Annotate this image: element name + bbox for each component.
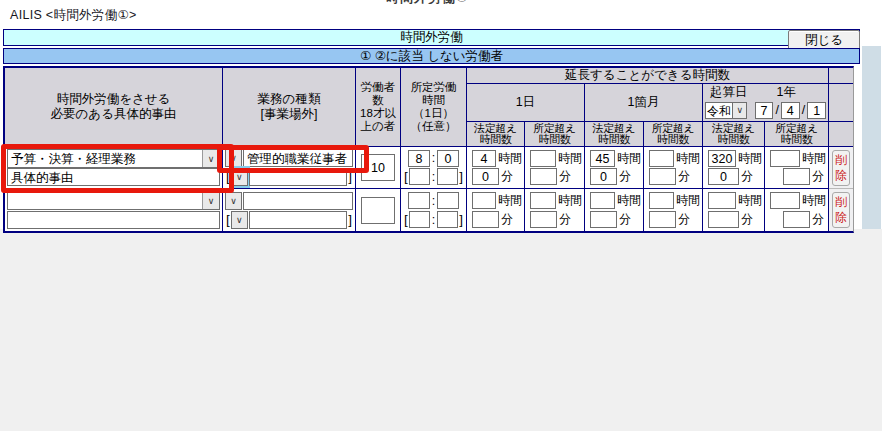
row2-year-sched-hour-input[interactable] bbox=[770, 192, 800, 209]
row1-day-legal-hour-input[interactable]: 4 bbox=[472, 150, 496, 167]
row2-day-legal-min-input[interactable] bbox=[472, 211, 499, 228]
date-slash: / bbox=[773, 103, 780, 118]
bracket-close: ] bbox=[347, 213, 353, 226]
row1-work-type-input[interactable]: 管理的職業従事者 bbox=[243, 149, 353, 167]
row2-year-sched-cell: 時間 分 bbox=[765, 189, 829, 231]
row2-scheduled-cell: : [ : ] bbox=[401, 189, 467, 231]
hour-unit: 時間 bbox=[498, 192, 522, 209]
row1-day-sched-cell: 時間 分 bbox=[525, 147, 585, 189]
header-year-legal: 法定超え 時間数 bbox=[703, 122, 765, 147]
chevron-down-icon[interactable]: ∨ bbox=[202, 192, 219, 209]
clipped-window-title: 時間外労働① bbox=[386, 0, 526, 4]
row1-reason-detail-input[interactable]: 具体的事由 bbox=[7, 168, 220, 186]
row1-sched-min-input[interactable]: 0 bbox=[437, 150, 459, 167]
row1-year-sched-min-input[interactable] bbox=[783, 168, 810, 185]
header-one-day: 1日 bbox=[467, 84, 585, 122]
hour-unit: 時間 bbox=[617, 150, 641, 167]
header-extension-group: 延長することができる時間数 bbox=[467, 68, 829, 84]
row1-day-legal-min-input[interactable]: 0 bbox=[472, 168, 499, 185]
row2-month-sched-min-input[interactable] bbox=[649, 211, 676, 228]
form-title-bar: 時間外労働 bbox=[3, 29, 860, 46]
form-title: 時間外労働 bbox=[400, 29, 463, 46]
app-title: AILIS <時間外労働①> bbox=[10, 7, 137, 24]
start-month-input[interactable]: 4 bbox=[781, 102, 800, 119]
row1-year-legal-min-input[interactable]: 0 bbox=[708, 168, 739, 185]
bracket-close: ] bbox=[347, 170, 353, 183]
row2-year-legal-hour-input[interactable] bbox=[708, 192, 736, 209]
row1-day-legal-cell: 4時間 0分 bbox=[467, 147, 525, 189]
row1-delete-button[interactable]: 削除 bbox=[832, 150, 850, 186]
right-side-strip bbox=[862, 46, 881, 233]
section-title-bar: ① ②に該当 しない労働者 bbox=[3, 48, 860, 64]
row2-work-type-dropdown[interactable]: ∨ bbox=[225, 192, 242, 210]
row2-month-legal-min-input[interactable] bbox=[590, 211, 617, 228]
row1-workers-cell: 10 bbox=[356, 147, 401, 189]
row2-month-legal-hour-input[interactable] bbox=[590, 192, 615, 209]
row1-month-sched-hour-input[interactable] bbox=[649, 150, 674, 167]
row2-reason-select[interactable]: ∨ bbox=[7, 191, 220, 210]
hour-unit: 時間 bbox=[498, 150, 522, 167]
row2-delete-cell: 削除 bbox=[829, 189, 853, 231]
hour-unit: 時間 bbox=[738, 192, 762, 209]
header-day-legal: 法定超え 時間数 bbox=[467, 122, 525, 147]
page-background bbox=[0, 233, 882, 431]
row1-sched-hour-input[interactable]: 8 bbox=[408, 150, 430, 167]
hour-unit: 時間 bbox=[558, 150, 582, 167]
row1-work-type-outside-input[interactable] bbox=[249, 168, 347, 186]
row1-month-legal-min-input[interactable]: 0 bbox=[590, 168, 617, 185]
row2-day-sched-hour-input[interactable] bbox=[530, 192, 556, 209]
row2-year-sched-min-input[interactable] bbox=[783, 211, 810, 228]
row2-day-sched-min-input[interactable] bbox=[530, 211, 557, 228]
row1-sched-hour-opt-input[interactable] bbox=[409, 168, 430, 185]
row1-year-legal-hour-input[interactable]: 320 bbox=[708, 150, 736, 167]
row2-sched-hour-opt-input[interactable] bbox=[409, 211, 430, 228]
chevron-down-icon: ∨ bbox=[230, 196, 237, 206]
row2-work-type-outside-input[interactable] bbox=[249, 211, 347, 229]
header-workers: 労働者 数 18才以 上の者 bbox=[356, 68, 401, 147]
row2-year-legal-min-input[interactable] bbox=[708, 211, 739, 228]
start-day-input[interactable]: 1 bbox=[807, 102, 826, 119]
row1-workers-input[interactable]: 10 bbox=[361, 154, 395, 181]
row2-delete-button[interactable]: 削除 bbox=[832, 192, 850, 228]
close-button[interactable]: 閉じる bbox=[788, 30, 860, 50]
start-year-input[interactable]: 7 bbox=[755, 102, 774, 119]
colon: : bbox=[430, 151, 437, 165]
header-month-legal: 法定超え 時間数 bbox=[585, 122, 644, 147]
row1-day-sched-hour-input[interactable] bbox=[530, 150, 556, 167]
row2-work-type-input[interactable] bbox=[243, 192, 353, 210]
row2-month-sched-cell: 時間 分 bbox=[644, 189, 703, 231]
row1-day-sched-min-input[interactable] bbox=[530, 168, 557, 185]
colon: : bbox=[430, 170, 437, 184]
one-year-label: 1年 bbox=[777, 85, 796, 100]
row2-sched-min-opt-input[interactable] bbox=[437, 211, 458, 228]
row2-month-sched-hour-input[interactable] bbox=[649, 192, 674, 209]
row1-sched-min-opt-input[interactable] bbox=[437, 168, 458, 185]
row2-year-legal-cell: 時間 分 bbox=[703, 189, 765, 231]
row2-day-legal-hour-input[interactable] bbox=[472, 192, 496, 209]
minute-unit: 分 bbox=[501, 211, 513, 228]
row2-sched-min-input[interactable] bbox=[437, 192, 459, 209]
row1-month-legal-hour-input[interactable]: 45 bbox=[590, 150, 615, 167]
row1-reason-select[interactable]: 予算・決算・経理業務 ∨ bbox=[7, 149, 220, 168]
row2-work-type-outside-dropdown[interactable]: ∨ bbox=[231, 211, 248, 229]
header-one-month: 1箇月 bbox=[585, 84, 703, 122]
era-dropdown-icon[interactable]: ∨ bbox=[733, 102, 747, 119]
row2-sched-hour-input[interactable] bbox=[408, 192, 430, 209]
era-select[interactable]: 令和 bbox=[705, 102, 733, 119]
row2-reason-select-value bbox=[8, 192, 202, 209]
row2-workers-input[interactable] bbox=[361, 197, 395, 224]
row1-year-sched-hour-input[interactable] bbox=[770, 150, 800, 167]
row1-work-type-dropdown[interactable]: ∨ bbox=[225, 149, 242, 167]
start-date-labels: 起算日 1年 bbox=[705, 85, 826, 100]
header-year-scheduled: 所定超え 時間数 bbox=[765, 122, 829, 147]
header-month-scheduled: 所定超え 時間数 bbox=[644, 122, 703, 147]
row2-workers-cell bbox=[356, 189, 401, 231]
row2-reason-cell: ∨ bbox=[5, 189, 223, 231]
row1-month-sched-min-input[interactable] bbox=[649, 168, 676, 185]
chevron-down-icon[interactable]: ∨ bbox=[202, 150, 219, 167]
row2-month-legal-cell: 時間 分 bbox=[585, 189, 644, 231]
row1-work-type-outside-dropdown[interactable]: ∨ bbox=[231, 168, 248, 186]
start-date-controls: 令和 ∨ 7 / 4 / 1 bbox=[705, 100, 826, 120]
row2-reason-detail-input[interactable] bbox=[7, 211, 220, 229]
hour-unit: 時間 bbox=[617, 192, 641, 209]
